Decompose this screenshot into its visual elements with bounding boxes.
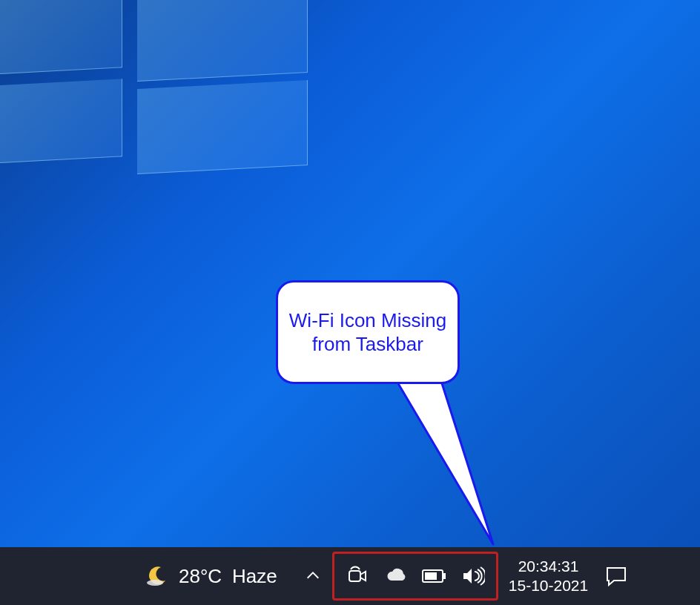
annotation-text: Wi-Fi Icon Missing from Taskbar [278,308,458,357]
battery-icon[interactable] [419,561,450,592]
taskbar: 28°C Haze [0,547,700,605]
clock-date: 15-10-2021 [509,576,588,595]
volume-icon[interactable] [458,561,489,592]
clock-time: 20:34:31 [509,557,588,576]
system-tray-highlight [332,552,498,601]
action-center-button[interactable] [601,561,631,591]
annotation-callout-tail [393,377,526,548]
meet-now-icon[interactable] [342,561,373,592]
svg-rect-6 [425,572,437,580]
weather-condition: Haze [232,565,277,588]
tray-overflow-button[interactable] [300,563,326,589]
annotation-callout: Wi-Fi Icon Missing from Taskbar [276,280,460,384]
svg-rect-5 [443,573,446,579]
svg-point-2 [147,580,163,586]
svg-rect-3 [349,571,360,581]
chevron-up-icon [305,568,321,584]
weather-moon-icon [145,564,168,588]
desktop-background: Wi-Fi Icon Missing from Taskbar 28°C Haz… [0,0,700,605]
windows-logo [0,0,319,200]
svg-marker-0 [397,381,493,544]
onedrive-icon[interactable] [380,561,412,592]
notification-icon [605,566,627,586]
weather-temperature: 28°C [179,565,222,588]
weather-widget[interactable]: 28°C Haze [145,564,277,588]
taskbar-clock[interactable]: 20:34:31 15-10-2021 [509,557,588,596]
